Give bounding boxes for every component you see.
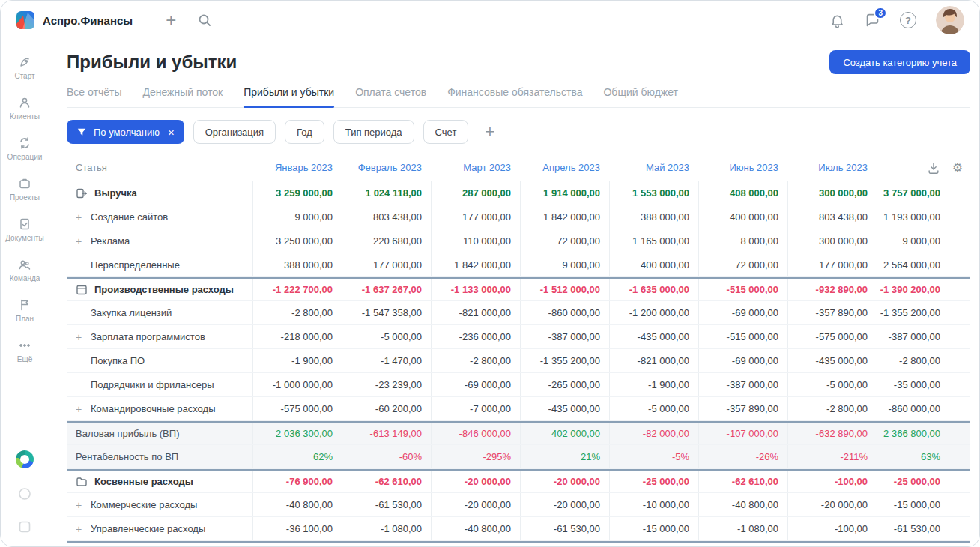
expand-plus-icon[interactable]: + [76,235,91,247]
table-row[interactable]: Покупка ПО-1 900,00-1 470,00-2 800,00-1 … [67,349,970,373]
sidebar-item-start[interactable]: Старт [1,47,49,88]
table-row[interactable]: +Управленческие расходы-36 100,00-1 080,… [67,517,970,541]
remove-filter-icon[interactable]: × [168,126,175,139]
column-header-month: Май 2023 [609,162,698,173]
table-row[interactable]: Подрядчики и фрилансеры-1 000 000,00-23 … [67,373,970,397]
table-row[interactable]: +Реклама3 250 000,00220 680,00110 000,00… [67,229,970,253]
page-title: Прибыли и убытки [67,52,237,73]
cell-value: -435 000,00 [520,397,609,420]
filter-organization-button[interactable]: Организация [193,120,276,144]
cell-value: 3 757 000,00 [877,181,970,205]
cell-value: -62 610,00 [698,471,787,492]
sidebar-extra-icon-2[interactable] [17,519,32,534]
table-row[interactable]: Производственные расходы-1 222 700,00-1 … [67,277,970,301]
expand-plus-icon[interactable]: + [76,523,91,535]
filter-account-button[interactable]: Счет [423,120,469,144]
cell-value: -10 000,00 [609,493,698,516]
cell-value: -2 800,00 [877,349,970,372]
cell-value: 9 000,00 [252,205,342,229]
sidebar-item-team[interactable]: Команда [1,250,49,290]
cell-value: -515 000,00 [698,325,787,348]
filter-year-button[interactable]: Год [285,120,324,144]
expand-plus-icon[interactable]: + [76,499,91,511]
cell-value: -575 000,00 [252,397,342,420]
sidebar-item-plan[interactable]: План [1,290,49,330]
tab-bill-payment[interactable]: Оплата счетов [355,82,426,107]
sidebar-item-operations[interactable]: Операции [1,128,49,169]
active-filter-chip[interactable]: По умолчанию × [67,120,184,144]
table-row[interactable]: +Зарплата программистов-218 000,00-5 000… [67,325,970,349]
user-avatar[interactable] [936,6,964,34]
row-label-cell: Подрядчики и фрилансеры [67,373,252,396]
app-logo[interactable] [16,10,35,30]
table-row[interactable]: Закупка лицензий-2 800,00-1 547 358,00-8… [67,301,970,325]
tab-financial-obligations[interactable]: Финансовые обязательства [447,82,582,107]
bell-icon[interactable] [829,13,845,28]
cell-value: -1 470,00 [342,349,431,372]
sidebar-item-clients[interactable]: Клиенты [1,88,49,128]
add-filter-icon[interactable]: + [480,123,499,141]
row-label: Рентабельность по ВП [76,451,178,462]
filter-period-type-button[interactable]: Тип периода [333,120,414,144]
sidebar-extra-icon-1[interactable] [17,486,32,501]
cell-value: 300 000,00 [787,229,877,253]
cell-value: -60 200,00 [342,397,431,420]
table-row[interactable]: Рентабельность по ВП62%-60%-295%21%-5%-2… [67,445,970,469]
table-row[interactable]: +Командировочные расходы-575 000,00-60 2… [67,397,970,421]
cell-value: -107 000,00 [698,423,787,444]
cell-value: 177 000,00 [431,205,520,229]
table-row[interactable]: Нераспределенные388 000,00177 000,001 84… [67,253,970,277]
tab-cash-flow[interactable]: Денежный поток [142,82,223,107]
sidebar-item-projects[interactable]: Проекты [1,169,49,209]
cell-value: -82 000,00 [609,423,698,444]
sidebar: Старт Клиенты Операции Проекты Документы… [1,40,49,546]
search-icon[interactable] [197,13,212,28]
sidebar-item-documents[interactable]: Документы [1,209,49,250]
download-icon[interactable] [927,161,940,175]
expand-plus-icon[interactable]: + [76,211,91,223]
column-header-month: Январь 2023 [252,162,342,173]
cell-value: 110 000,00 [431,229,520,253]
topbar-left: Аспро.Финансы + [16,10,212,30]
cell-value: -5 000,00 [787,373,877,396]
table-row[interactable]: Косвенные расходы-76 900,00-62 610,00-20… [67,469,970,493]
expand-plus-icon[interactable]: + [76,331,91,343]
row-label-cell: Рентабельность по ВП [67,445,252,468]
table-row[interactable]: +Коммерческие расходы-40 800,00-61 530,0… [67,493,970,517]
cell-value: -515 000,00 [698,279,787,300]
table-row[interactable]: +Создание сайтов9 000,00803 438,00177 00… [67,205,970,229]
cell-value: -265 000,00 [520,373,609,396]
cell-value: 1 024 118,00 [342,181,431,205]
table-row[interactable]: Выручка3 259 000,001 024 118,00287 000,0… [67,181,970,205]
row-label-cell: Покупка ПО [67,349,252,372]
cell-value: -435 000,00 [787,349,877,372]
cell-value: -613 149,00 [342,423,431,444]
expand-plus-icon[interactable]: + [76,403,91,415]
cell-value: -218 000,00 [252,325,342,348]
cell-value: -76 900,00 [252,471,342,492]
cell-value: -25 000,00 [877,471,970,492]
cell-value: 9 000,00 [877,229,970,253]
settings-gear-icon[interactable]: ⚙ [952,162,963,174]
sidebar-item-more[interactable]: Ещё [1,330,49,371]
tab-general-budget[interactable]: Общий бюджет [603,82,677,107]
create-category-button[interactable]: Создать категорию учета [829,50,970,74]
cell-value: -40 800,00 [252,493,342,516]
cell-value: 408 000,00 [698,181,787,205]
sidebar-item-label: Команда [10,274,40,282]
tab-profit-loss[interactable]: Прибыли и убытки [244,82,334,107]
tab-all-reports[interactable]: Все отчёты [67,82,121,107]
column-header-month: Июнь 2023 [698,162,787,173]
add-icon[interactable]: + [166,11,176,29]
cell-value: -632 890,00 [787,423,877,444]
help-icon[interactable]: ? [900,12,916,28]
cell-value: 803 438,00 [787,205,877,229]
sidebar-item-label: Старт [14,72,34,80]
cell-value: -60% [342,445,431,468]
table-row[interactable]: Валовая прибыль (ВП)2 036 300,00-613 149… [67,421,970,445]
cell-value: -5 000,00 [609,397,698,420]
cell-value: -26% [698,445,787,468]
aspro-logo-icon [16,450,34,468]
cell-value: -1 900,00 [252,349,342,372]
cell-value: -846 000,00 [431,423,520,444]
